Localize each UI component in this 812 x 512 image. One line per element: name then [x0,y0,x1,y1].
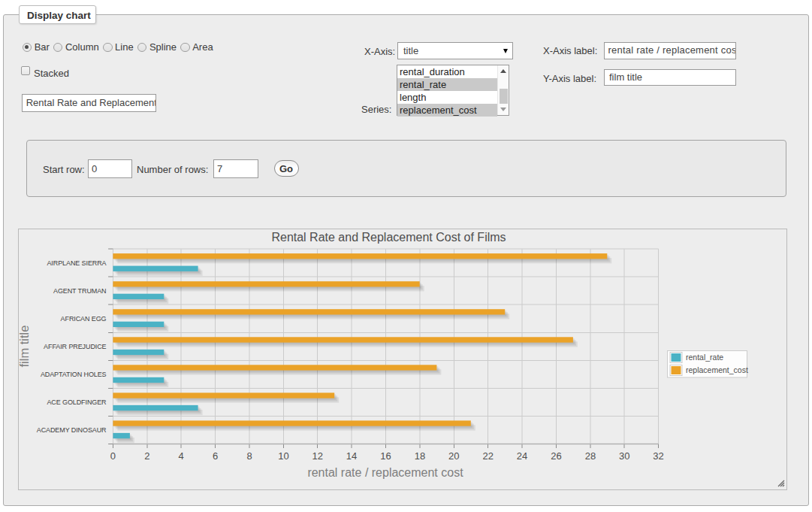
svg-text:AFFAIR PREJUDICE: AFFAIR PREJUDICE [44,343,107,350]
svg-text:26: 26 [551,450,561,462]
svg-text:ACADEMY DINOSAUR: ACADEMY DINOSAUR [37,426,107,434]
svg-text:Rental Rate and Replacement Co: Rental Rate and Replacement Cost of Film… [271,231,506,244]
svg-text:4: 4 [179,450,184,462]
svg-text:12: 12 [312,450,322,462]
svg-text:AIRPLANE SIERRA: AIRPLANE SIERRA [47,259,106,267]
svg-text:10: 10 [278,450,288,462]
svg-text:16: 16 [380,450,391,462]
svg-text:20: 20 [448,450,459,462]
svg-text:6: 6 [213,450,218,462]
svg-text:replacement_cost: replacement_cost [686,365,748,374]
svg-text:2: 2 [144,450,149,462]
svg-text:32: 32 [653,450,663,462]
svg-text:18: 18 [415,450,425,462]
svg-text:22: 22 [482,450,493,462]
svg-text:AFRICAN EGG: AFRICAN EGG [61,315,107,323]
svg-text:ACE GOLDFINGER: ACE GOLDFINGER [47,398,107,406]
svg-text:rental rate / replacement cost: rental rate / replacement cost [307,466,463,479]
svg-text:AGENT TRUMAN: AGENT TRUMAN [53,287,106,295]
svg-text:film title: film title [17,326,31,368]
svg-text:30: 30 [619,450,629,462]
svg-text:8: 8 [246,450,252,462]
svg-text:28: 28 [585,450,596,462]
svg-text:14: 14 [346,450,357,462]
svg-text:ADAPTATION HOLES: ADAPTATION HOLES [41,371,107,378]
svg-text:24: 24 [517,450,527,462]
svg-text:rental_rate: rental_rate [686,353,723,362]
svg-text:0: 0 [110,450,116,462]
